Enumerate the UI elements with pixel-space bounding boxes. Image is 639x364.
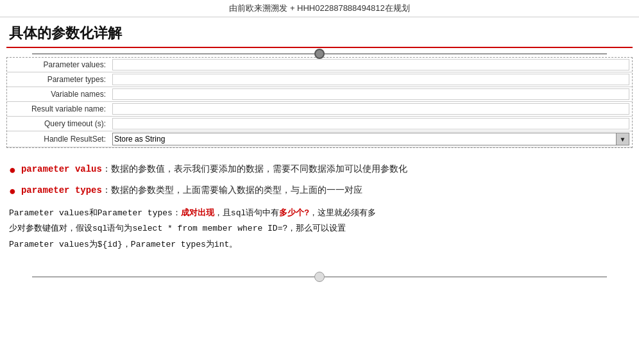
input-cell-parameter-types [110,72,632,87]
select-handle-resultset[interactable]: Store as String Store as Object Count Re… [112,133,617,145]
para-line1-post: ，这里就必须有多 [309,208,376,218]
form-row-parameter-values: Parameter values: [7,58,632,72]
label-parameter-types: Parameter types: [7,72,110,87]
form-row-result-variable: Result variable name: [7,102,632,117]
bullet-list: ● parameter valus：数据的参数值，表示我们要添加的数据，需要不同… [9,161,630,201]
select-cell-handle-resultset: Store as String Store as Object Count Re… [110,131,632,147]
top-bar: 由前欧来溯溯发 + HHH022887888494812在规划 [0,0,639,17]
form-panel: Parameter values: Parameter types: Varia… [6,57,633,148]
bullet-body-0: ：数据的参数值，表示我们要添加的数据，需要不同数据添加可以使用参数化 [102,163,407,174]
input-query-timeout[interactable] [112,118,629,129]
keyword-1: parameter types [21,185,102,195]
form-row-handle-resultset: Handle ResultSet: Store as String Store … [7,131,632,147]
bottom-slider [0,272,639,281]
para-line3: Parameter values为${id}，Parameter types为i… [9,240,237,249]
input-parameter-values[interactable] [112,59,629,70]
para-line1-pre: Parameter values和Parameter types： [9,208,181,218]
top-slider-handle[interactable] [314,49,325,59]
paragraph: Parameter values和Parameter types：成对出现，且s… [9,206,630,253]
form-row-query-timeout: Query timeout (s): [7,117,632,131]
bullet-body-1: ：数据的参数类型，上面需要输入数据的类型，与上面的一一对应 [102,185,362,195]
para-highlight2: 多少个? [279,208,309,218]
input-cell-parameter-values [110,58,632,72]
bullet-item-0: ● parameter valus：数据的参数值，表示我们要添加的数据，需要不同… [9,161,630,179]
form-row-parameter-types: Parameter types: [7,72,632,87]
input-cell-variable-names [110,87,632,102]
bullet-dot-0: ● [9,161,16,179]
keyword-0: parameter valus [21,164,102,174]
form-row-variable-names: Variable names: [7,87,632,102]
para-line2: 少对参数键值对，假设sql语句为select * from member whe… [9,224,346,233]
input-cell-query-timeout [110,117,632,131]
content-area: ● parameter valus：数据的参数值，表示我们要添加的数据，需要不同… [0,154,639,260]
label-handle-resultset: Handle ResultSet: [7,131,110,147]
top-slider-track [0,48,639,57]
bottom-slider-handle[interactable] [314,272,325,282]
para-highlight1: 成对出现 [181,208,214,218]
input-variable-names[interactable] [112,88,629,100]
label-result-variable: Result variable name: [7,102,110,117]
label-parameter-values: Parameter values: [7,58,110,72]
bullet-text-0: parameter valus：数据的参数值，表示我们要添加的数据，需要不同数据… [21,161,407,178]
bullet-text-1: parameter types：数据的参数类型，上面需要输入数据的类型，与上面的… [21,182,362,199]
label-query-timeout: Query timeout (s): [7,117,110,131]
select-arrow-icon[interactable]: ▼ [617,133,629,145]
form-table: Parameter values: Parameter types: Varia… [7,58,632,147]
para-line1-mid: ，且sql语句中有 [214,208,279,218]
page-title: 具体的参数化详解 [0,17,639,47]
label-variable-names: Variable names: [7,87,110,102]
select-wrapper-resultset: Store as String Store as Object Count Re… [112,133,629,145]
top-bar-text: 由前欧来溯溯发 + HHH022887888494812在规划 [229,3,409,13]
input-result-variable[interactable] [112,103,629,115]
bottom-slider-line [32,276,607,277]
bullet-dot-1: ● [9,182,16,201]
input-cell-result-variable [110,102,632,117]
input-parameter-types[interactable] [112,74,629,85]
bullet-item-1: ● parameter types：数据的参数类型，上面需要输入数据的类型，与上… [9,182,630,201]
top-slider-line [32,53,607,54]
